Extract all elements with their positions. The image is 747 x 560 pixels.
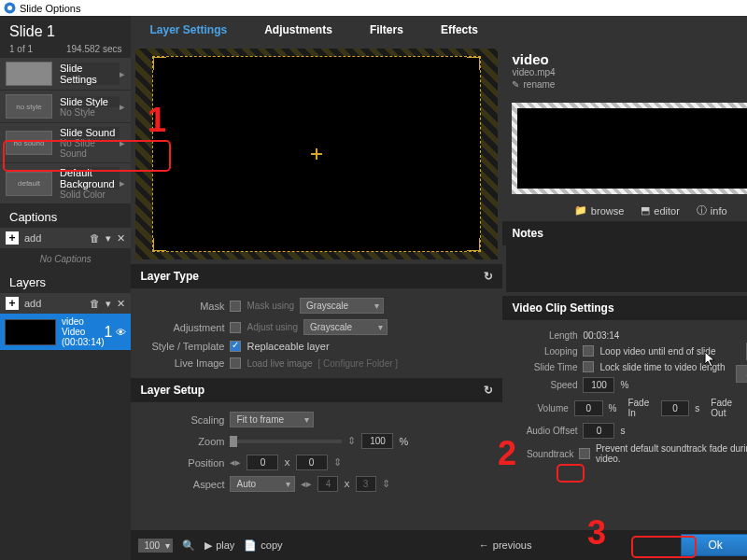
chevron-down-icon[interactable]: ▾	[106, 232, 111, 245]
captions-header: Captions	[0, 204, 131, 228]
tools-icon[interactable]: ✕	[117, 298, 125, 310]
sidebar-item-slide-settings[interactable]: Slide Settings ▸	[0, 58, 131, 91]
plus-icon[interactable]: +	[6, 297, 19, 310]
no-captions-note: No Captions	[0, 248, 131, 270]
tab-layer-settings[interactable]: Layer Settings	[131, 16, 246, 44]
preview-canvas[interactable]	[134, 48, 499, 260]
plus-icon[interactable]: +	[6, 231, 19, 245]
tabs: Layer Settings Adjustments Filters Effec…	[131, 16, 747, 44]
layer-item-video[interactable]: video Video (00:03:14) 1 👁	[0, 314, 131, 350]
layer-thumb	[5, 319, 56, 345]
layers-header: Layers	[0, 270, 131, 293]
aspect-select[interactable]: Auto	[230, 476, 295, 492]
tab-effects[interactable]: Effects	[422, 16, 497, 44]
tab-adjustments[interactable]: Adjustments	[246, 16, 351, 44]
notes-header: Notes	[512, 227, 543, 240]
rename-button[interactable]: ✎ rename	[512, 79, 747, 90]
window-titlebar: Slide Options	[0, 0, 747, 16]
info-button[interactable]: ⓘinfo	[697, 203, 727, 217]
fadein-input[interactable]: 0	[661, 400, 690, 416]
tab-filters[interactable]: Filters	[351, 16, 422, 44]
notes-textarea[interactable]	[506, 245, 747, 292]
info-icon: ⓘ	[697, 203, 707, 217]
synctime-button[interactable]: Sync Time	[736, 365, 747, 383]
mask-select[interactable]: Grayscale	[300, 298, 384, 314]
editor-icon: ⬒	[641, 204, 650, 217]
scaling-select[interactable]: Fit to frame	[230, 412, 314, 427]
chevron-right-icon: ▸	[120, 68, 125, 80]
audio-offset-input[interactable]: 0	[583, 423, 614, 439]
zoom-select[interactable]: 100	[138, 539, 173, 553]
refresh-icon[interactable]	[484, 270, 493, 283]
zoom-slider[interactable]	[230, 440, 342, 443]
chevron-right-icon: ▸	[120, 137, 125, 149]
lock-checkbox[interactable]	[583, 361, 594, 372]
vcs-header: Video Clip Settings	[512, 301, 613, 315]
editor-button[interactable]: ⬒editor	[641, 203, 680, 217]
main-area: Layer Settings Adjustments Filters Effec…	[131, 16, 747, 560]
slide-counter: 1 of 1	[9, 44, 33, 54]
refresh-icon[interactable]	[484, 384, 493, 397]
configure-folder-link[interactable]: [ Configure Folder ]	[318, 358, 399, 369]
mask-checkbox[interactable]	[230, 301, 241, 312]
speed-input[interactable]: 100	[583, 377, 614, 393]
slide-duration: 194.582 secs	[66, 44, 122, 54]
thumb-default-bg: default	[6, 172, 52, 196]
zoom-input[interactable]: 100	[361, 433, 393, 449]
loop-checkbox[interactable]	[583, 345, 594, 357]
layer-setup-header: Layer Setup	[140, 384, 204, 397]
svg-point-1	[7, 6, 12, 10]
search-icon[interactable]: 🔍	[182, 539, 195, 552]
length-value: 00:03:14	[583, 330, 619, 341]
tools-icon[interactable]: ✕	[117, 232, 125, 245]
folder-icon: 📁	[574, 204, 587, 217]
thumb-slide-style: no style	[6, 94, 52, 119]
layer-type-header: Layer Type	[140, 270, 198, 283]
pos-x-input[interactable]: 0	[247, 455, 278, 470]
browse-button[interactable]: 📁browse	[574, 203, 624, 217]
crosshair-icon	[311, 148, 322, 160]
add-caption-label[interactable]: add	[24, 232, 41, 244]
trash-icon[interactable]: 🗑	[90, 232, 100, 244]
previous-button[interactable]: ← previous	[479, 539, 532, 551]
add-layer-label[interactable]: add	[24, 298, 41, 309]
sidebar-item-slide-sound[interactable]: no sound Slide Sound No Slide Sound ▸	[0, 123, 131, 163]
volume-input[interactable]: 0	[574, 400, 603, 416]
video-thumbnail	[512, 103, 747, 194]
pos-y-input[interactable]: 0	[296, 455, 328, 470]
replaceable-checkbox[interactable]	[230, 341, 241, 352]
liveimage-checkbox[interactable]	[230, 357, 241, 369]
chevron-right-icon: ▸	[120, 177, 125, 189]
video-filename: video.mp4	[512, 67, 747, 77]
window-title: Slide Options	[20, 3, 80, 14]
copy-button[interactable]: 📄 copy	[244, 539, 282, 552]
eye-icon[interactable]: 👁	[116, 327, 126, 338]
footer-bar: 100 🔍 ▶ play 📄 copy ← previous Ok Cancel	[131, 530, 747, 560]
layer-index: 1	[105, 324, 113, 341]
chevron-right-icon: ▸	[120, 101, 125, 113]
ok-button[interactable]: Ok	[681, 534, 747, 556]
sidebar-item-default-background[interactable]: default Default Background Solid Color ▸	[0, 163, 131, 204]
app-icon	[4, 2, 16, 14]
sidebar: Slide 1 1 of 1 194.582 secs Slide Settin…	[0, 16, 131, 560]
adjust-select[interactable]: Grayscale	[303, 319, 388, 335]
sidebar-item-slide-style[interactable]: no style Slide Style No Style ▸	[0, 91, 131, 123]
slide-title: Slide 1	[9, 23, 121, 40]
pencil-icon: ✎	[512, 79, 519, 90]
video-title: video	[512, 51, 747, 67]
adjustment-checkbox[interactable]	[230, 322, 241, 333]
thumb-slide-settings	[6, 62, 52, 86]
play-button[interactable]: ▶ play	[204, 539, 234, 552]
chevron-down-icon[interactable]: ▾	[106, 298, 111, 310]
thumb-slide-sound: no sound	[6, 131, 52, 155]
soundtrack-checkbox[interactable]	[579, 448, 589, 459]
trash-icon[interactable]: 🗑	[90, 298, 100, 309]
